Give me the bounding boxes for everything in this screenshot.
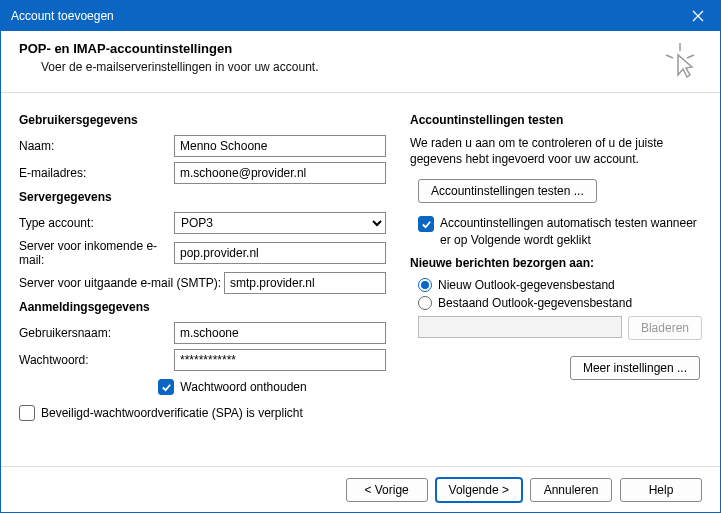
right-column: Accountinstellingen testen We raden u aa… (410, 107, 702, 425)
test-section-title: Accountinstellingen testen (410, 113, 702, 127)
accounttype-label: Type account: (19, 216, 174, 230)
existing-file-input (418, 316, 622, 338)
spa-checkbox[interactable] (19, 405, 35, 421)
remember-password-label: Wachtwoord onthouden (180, 380, 306, 394)
name-label: Naam: (19, 139, 174, 153)
username-input[interactable] (174, 322, 386, 344)
email-label: E-mailadres: (19, 166, 174, 180)
email-input[interactable] (174, 162, 386, 184)
svg-line-2 (687, 55, 694, 58)
close-icon (692, 10, 704, 22)
next-button[interactable]: Volgende > (436, 478, 522, 502)
cancel-button[interactable]: Annuleren (530, 478, 612, 502)
dialog-footer: < Vorige Volgende > Annuleren Help (1, 466, 720, 512)
username-label: Gebruikersnaam: (19, 326, 174, 340)
header-title: POP- en IMAP-accountinstellingen (19, 41, 702, 56)
remember-password-checkbox[interactable] (158, 379, 174, 395)
cursor-icon (660, 41, 700, 81)
check-icon (421, 219, 432, 230)
spa-label: Beveiligd-wachtwoordverificatie (SPA) is… (41, 406, 303, 420)
close-button[interactable] (676, 1, 720, 31)
more-settings-button[interactable]: Meer instellingen ... (570, 356, 700, 380)
help-button[interactable]: Help (620, 478, 702, 502)
deliver-new-radio[interactable] (418, 278, 432, 292)
browse-button[interactable]: Bladeren (628, 316, 702, 340)
incoming-label: Server voor inkomende e-mail: (19, 239, 174, 267)
auto-test-label: Accountinstellingen automatisch testen w… (440, 215, 702, 247)
password-input[interactable] (174, 349, 386, 371)
login-section-title: Aanmeldingsgegevens (19, 300, 386, 314)
dialog-header: POP- en IMAP-accountinstellingen Voer de… (1, 31, 720, 93)
check-icon (161, 382, 172, 393)
test-description: We raden u aan om te controleren of u de… (410, 135, 702, 167)
back-button[interactable]: < Vorige (346, 478, 428, 502)
window-title: Account toevoegen (11, 9, 114, 23)
password-label: Wachtwoord: (19, 353, 174, 367)
titlebar: Account toevoegen (1, 1, 720, 31)
outgoing-input[interactable] (224, 272, 386, 294)
deliver-new-label: Nieuw Outlook-gegevensbestand (438, 278, 615, 292)
accounttype-select[interactable]: POP3 (174, 212, 386, 234)
svg-line-1 (666, 55, 673, 58)
test-settings-button[interactable]: Accountinstellingen testen ... (418, 179, 597, 203)
deliver-existing-label: Bestaand Outlook-gegevensbestand (438, 296, 632, 310)
left-column: Gebruikersgegevens Naam: E-mailadres: Se… (19, 107, 386, 425)
deliver-section-title: Nieuwe berichten bezorgen aan: (410, 256, 702, 270)
header-subtitle: Voer de e-mailserverinstellingen in voor… (41, 60, 702, 74)
name-input[interactable] (174, 135, 386, 157)
outgoing-label: Server voor uitgaande e-mail (SMTP): (19, 276, 224, 290)
user-section-title: Gebruikersgegevens (19, 113, 386, 127)
incoming-input[interactable] (174, 242, 386, 264)
deliver-existing-radio[interactable] (418, 296, 432, 310)
server-section-title: Servergegevens (19, 190, 386, 204)
auto-test-checkbox[interactable] (418, 216, 434, 232)
